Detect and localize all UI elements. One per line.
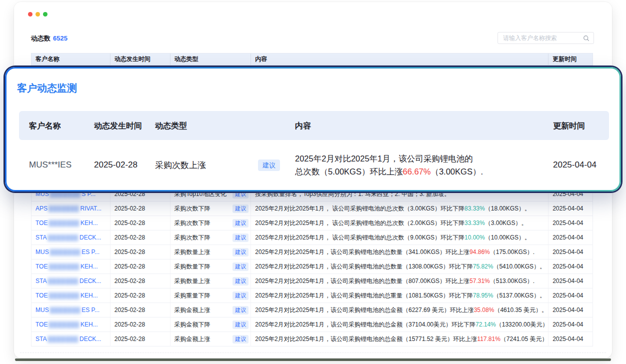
customer-name-cell[interactable]: TOE███████KEH... <box>32 288 110 302</box>
update-date: 2025-04-04 <box>548 318 592 332</box>
table-row[interactable]: STA███████DECK... 2025-02-28 采购金额上涨 建议 2… <box>32 332 592 346</box>
customer-name-suffix: KEH... <box>80 263 98 270</box>
customer-name-redacted: ███████ <box>50 249 81 255</box>
detail-popover-body: 客户动态监测 客户名称 动态发生时间 动态类型 内容 更新时间 MUS***IE… <box>6 68 620 190</box>
event-date: 2025-02-28 <box>110 318 170 332</box>
customer-name-redacted: ███████ <box>48 220 80 226</box>
table-row[interactable]: TOE███████KEH... 2025-02-28 采购金额下降 建议 20… <box>32 318 592 332</box>
content-after: （3.00KGS）。 <box>485 219 528 228</box>
customer-name-suffix: ES P... <box>82 306 100 314</box>
table-row[interactable]: MUS███████ES P... 2025-02-28 采购数量上涨 建议 2… <box>32 245 592 260</box>
minimize-window-button[interactable] <box>36 12 40 16</box>
event-date: 2025-02-28 <box>110 332 170 346</box>
customer-name-cell[interactable]: MUS███████ES P... <box>32 245 110 259</box>
customer-name-suffix: DECK... <box>80 234 101 241</box>
content-before: 2025年2月对比2025年1月，该公司采购锂电池的总金额（37104.00美元… <box>255 320 476 329</box>
dynamics-count-label: 动态数 <box>31 34 50 42</box>
popover-suggestion-badge: 建议 <box>258 160 280 171</box>
table-row[interactable]: STA███████DECK... 2025-02-28 采购次数下降 建议 2… <box>32 230 592 245</box>
table-row[interactable]: TOE███████KEH... 2025-02-28 采购数量下降 建议 20… <box>32 260 592 274</box>
table-row[interactable]: STA███████DECK... 2025-02-28 采购数量上涨 建议 2… <box>32 274 592 288</box>
column-header-event-type: 动态类型 <box>170 54 252 65</box>
customer-name-cell[interactable]: TOE███████KEH... <box>32 318 110 332</box>
event-date: 2025-02-28 <box>110 288 170 302</box>
customer-name-prefix: TOE <box>36 263 48 270</box>
content-before: 2025年2月对比2025年1月，该公司采购锂电池的总重量（1081.50KGS… <box>255 292 472 300</box>
table-row[interactable]: APS███████RIVAT... 2025-02-28 采购次数下降 建议 … <box>32 202 592 216</box>
table-row[interactable]: TOE███████KEH... 2025-02-28 采购次数下降 建议 20… <box>32 216 592 230</box>
popover-table-header: 客户名称 动态发生时间 动态类型 内容 更新时间 <box>19 111 609 140</box>
customer-name-prefix: APS <box>36 205 48 212</box>
content-before: 2025年2月对比2025年1月，该公司采购锂电池的总金额（15771.52 美… <box>255 335 477 344</box>
detail-popover: 客户动态监测 客户名称 动态发生时间 动态类型 内容 更新时间 MUS***IE… <box>5 67 621 192</box>
customer-name-suffix: ES P... <box>82 248 100 256</box>
update-date: 2025-04-04 <box>548 288 592 302</box>
popover-column-updated: 更新时间 <box>549 120 609 132</box>
content-after: （5137.00KGS）。 <box>493 292 546 300</box>
popover-content: 2025年2月对比2025年1月，该公司采购锂电池的 总次数（5.00KGS）环… <box>295 152 483 178</box>
customer-name-cell[interactable]: APS███████RIVAT... <box>32 202 110 216</box>
close-window-button[interactable] <box>28 12 32 16</box>
search-input[interactable] <box>498 34 583 42</box>
suggestion-badge: 建议 <box>232 277 248 286</box>
maximize-window-button[interactable] <box>43 12 48 16</box>
customer-name-cell[interactable]: STA███████DECK... <box>32 274 110 288</box>
event-type: 采购金额上涨 <box>174 306 210 314</box>
column-header-event-date: 动态发生时间 <box>110 54 170 65</box>
suggestion-badge: 建议 <box>232 262 248 271</box>
customer-name-cell[interactable]: STA███████DECK... <box>32 332 110 346</box>
popover-table-row[interactable]: MUS***IES 2025-02-28 采购次数上涨 建议 2025年2月对比… <box>19 142 609 188</box>
customer-search-box[interactable] <box>498 32 594 44</box>
content-before: 2025年2月对比2025年1月，该公司采购锂电池的总金额（6227.69 美元… <box>255 306 474 314</box>
content-after: （10.00KGS）。 <box>485 234 530 242</box>
event-type: 采购数量上涨 <box>174 277 210 286</box>
event-type: 采购次数下降 <box>174 204 210 213</box>
event-date: 2025-02-28 <box>110 274 170 288</box>
customer-name-cell[interactable]: TOE███████KEH... <box>32 260 110 274</box>
table-header: 客户名称 动态发生时间 动态类型 内容 更新时间 <box>31 53 593 66</box>
customer-name-redacted: ███████ <box>48 264 80 270</box>
table-body: MUS███████S P... 2025-02-28 采购Top10地区变化 … <box>31 187 593 346</box>
popover-column-event-type: 动态类型 <box>155 120 295 132</box>
content-after: （5410.00KGS）。 <box>493 262 546 271</box>
content-after: （4610.35 美元）。 <box>494 306 548 314</box>
customer-name-prefix: STA <box>36 234 46 241</box>
customer-name-cell[interactable]: STA███████DECK... <box>32 230 110 244</box>
content-percent: 78.95% <box>473 292 494 299</box>
suggestion-badge: 建议 <box>232 320 248 329</box>
customer-name-redacted: ███████ <box>48 278 78 284</box>
suggestion-badge: 建议 <box>232 335 248 344</box>
content-percent: 72.14% <box>476 321 496 328</box>
table-footer-divider <box>20 352 606 353</box>
content-percent: 83.33% <box>464 205 485 212</box>
column-header-customer: 客户名称 <box>32 54 110 65</box>
content-percent: 10.00% <box>464 234 485 241</box>
customer-name-prefix: STA <box>36 336 46 342</box>
table-row[interactable]: MUS███████ES P... 2025-02-28 采购金额上涨 建议 2… <box>32 303 592 318</box>
customer-name-redacted: ███████ <box>50 191 81 197</box>
customer-name-cell[interactable]: MUS███████ES P... <box>32 303 110 317</box>
content-after: （175.00KGS）. <box>490 248 534 256</box>
event-type: 采购金额下降 <box>174 320 210 329</box>
column-header-updated: 更新时间 <box>548 54 592 65</box>
update-date: 2025-04-04 <box>548 332 592 346</box>
customer-name-cell[interactable]: TOE███████KEH... <box>32 216 110 230</box>
customer-name-prefix: STA <box>36 278 46 284</box>
update-date: 2025-04-04 <box>548 245 592 259</box>
update-date: 2025-04-04 <box>548 274 592 288</box>
suggestion-badge: 建议 <box>232 306 248 314</box>
customer-name-suffix: S P... <box>82 190 96 198</box>
customer-name-redacted: ███████ <box>48 336 78 342</box>
screenshot-stage: 动态数6525 客户名称 动态发生时间 动态类型 内容 更新时间 MUS████… <box>0 0 626 364</box>
dynamics-count: 动态数6525 <box>31 34 68 43</box>
content-percent: 33.33% <box>464 220 485 226</box>
popover-customer-name: MUS***IES <box>29 160 94 170</box>
table-row[interactable]: TOE███████KEH... 2025-02-28 采购重量下降 建议 20… <box>32 288 592 303</box>
search-icon[interactable] <box>583 35 590 42</box>
customer-name-suffix: KEH... <box>80 220 98 226</box>
content-before: 2025年2月对比2025年1月，该公司采购锂电池的总数量（341.00KGS）… <box>255 248 470 256</box>
customer-name-prefix: TOE <box>36 220 48 226</box>
popover-column-event-date: 动态发生时间 <box>94 120 155 132</box>
content-percent: 57.31% <box>470 278 490 284</box>
window-bottom-edge <box>15 358 611 361</box>
